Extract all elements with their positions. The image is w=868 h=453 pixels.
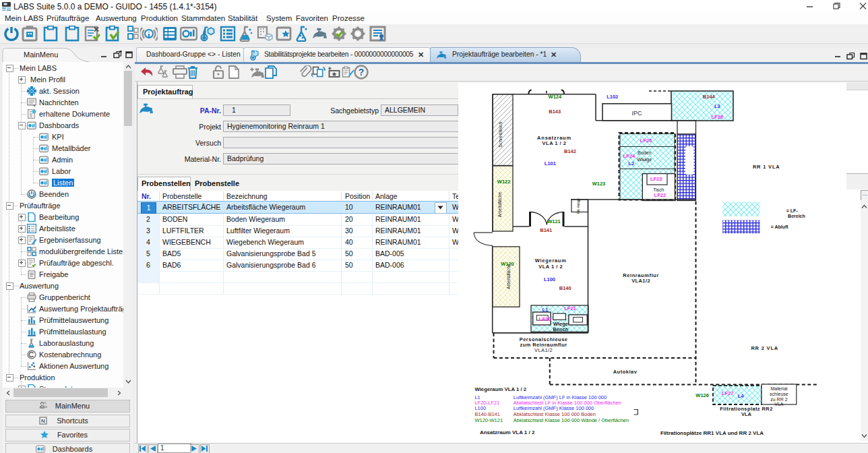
- svg-text:Bench: Bench: [553, 326, 569, 332]
- svg-text:Schreibtisch: Schreibtisch: [498, 122, 503, 148]
- svg-text:?: ?: [359, 67, 365, 78]
- svg-text:LF22: LF22: [654, 192, 666, 198]
- svg-text:W120-W121: W120-W121: [474, 417, 503, 423]
- svg-text:B143: B143: [549, 109, 561, 115]
- svg-text:RR 1 VLA: RR 1 VLA: [753, 164, 780, 170]
- svg-text:Abklatschtest Klasse 100 000 W: Abklatschtest Klasse 100 000 Wände / Obe…: [514, 417, 629, 423]
- svg-text:zu RR 2: zu RR 2: [770, 397, 787, 402]
- svg-text:LF24: LF24: [623, 153, 636, 159]
- svg-text:B140: B140: [559, 285, 571, 291]
- svg-text:VLA: VLA: [774, 402, 784, 406]
- svg-text:LF20: LF20: [539, 316, 551, 322]
- svg-text:L1: L1: [542, 307, 549, 313]
- svg-text:LF21: LF21: [564, 305, 576, 311]
- svg-text:Filt.-Anlage: Filt.-Anlage: [577, 198, 580, 214]
- svg-text:Wiegeraum VLA 1 / 2: Wiegeraum VLA 1 / 2: [474, 386, 526, 392]
- svg-text:Filtrationsplätze RR1 VLA und: Filtrationsplätze RR1 VLA und RR 2 VLA: [660, 430, 764, 436]
- svg-text:L4: L4: [738, 393, 745, 399]
- svg-text:= Abluft: = Abluft: [771, 224, 789, 229]
- svg-text:W124: W124: [549, 94, 562, 100]
- svg-text:Ansatzraum VLA 1 / 2: Ansatzraum VLA 1 / 2: [480, 429, 535, 435]
- svg-text:Tisch: Tisch: [653, 187, 664, 192]
- svg-text:LF23: LF23: [650, 176, 662, 182]
- svg-text:L3: L3: [714, 103, 720, 109]
- svg-text:VLA1/2: VLA1/2: [631, 278, 650, 284]
- svg-text:L102: L102: [607, 94, 618, 100]
- svg-text:B141: B141: [540, 227, 552, 233]
- svg-text:schleuse: schleuse: [770, 392, 788, 396]
- svg-text:IPC: IPC: [631, 110, 642, 117]
- svg-text:Boden: Boden: [638, 150, 651, 155]
- svg-text:LF28: LF28: [712, 114, 724, 120]
- svg-text:RR 2 VLA: RR 2 VLA: [751, 345, 778, 351]
- svg-text:VLA: VLA: [741, 411, 752, 417]
- svg-text:L2: L2: [628, 160, 634, 167]
- svg-text:L100: L100: [544, 276, 555, 282]
- svg-text:W122: W122: [497, 179, 511, 185]
- svg-text:VLA 1 / 2: VLA 1 / 2: [538, 264, 563, 270]
- svg-text:W123: W123: [592, 181, 606, 187]
- svg-text:VLA1/2: VLA1/2: [534, 347, 553, 353]
- svg-text:B142: B142: [564, 148, 576, 154]
- svg-text:VLA 1 / 2: VLA 1 / 2: [542, 140, 567, 146]
- svg-text:Bereich: Bereich: [788, 214, 805, 218]
- svg-text:LF27: LF27: [722, 390, 734, 396]
- svg-text:B144: B144: [703, 94, 716, 100]
- svg-text:N: N: [41, 418, 45, 424]
- svg-text:W121: W121: [547, 218, 561, 224]
- svg-text:L101: L101: [545, 160, 556, 167]
- svg-text:= LF-: = LF-: [786, 208, 799, 213]
- svg-text:Material: Material: [770, 386, 787, 391]
- svg-text:W126: W126: [695, 392, 709, 398]
- svg-text:LF26: LF26: [640, 138, 652, 144]
- svg-text:Arbeitsfläche: Arbeitsfläche: [497, 191, 502, 217]
- svg-text:Autoklav: Autoklav: [613, 369, 638, 375]
- svg-text:Arbeitsfläche: Arbeitsfläche: [506, 264, 511, 289]
- svg-text:Waage: Waage: [637, 157, 652, 162]
